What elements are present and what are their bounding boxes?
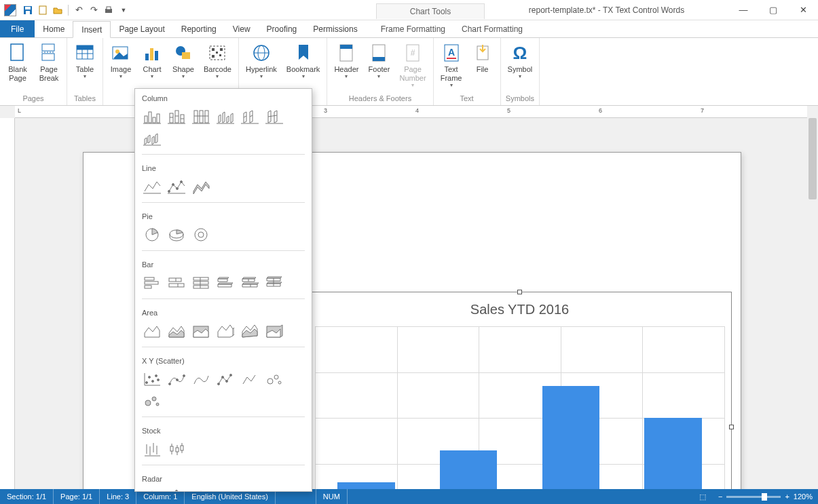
radar-markers-icon[interactable] [166,488,187,492]
text-frame-button[interactable]: AText Frame▾ [438,41,465,92]
page-break-button[interactable]: Page Break [35,41,62,92]
table-button[interactable]: Table▾ [71,41,98,92]
bookmark-button[interactable]: Bookmark▾ [284,41,323,92]
scatter-lines-icon[interactable] [240,370,260,388]
workspace: L 1 2 3 4 5 6 7 Sales YTD 2016 [0,106,818,489]
maximize-button[interactable]: ▢ [758,1,788,20]
barcode-button[interactable]: Barcode▾ [201,41,234,92]
hyperlink-button[interactable]: Hyperlink▾ [243,41,280,92]
ribbon-group-pages: Blank Page Page Break Pages [0,38,67,105]
clustered-bar-icon[interactable] [142,274,162,292]
stock-hlc-icon[interactable] [142,440,162,458]
svg-rect-20 [155,51,158,60]
blank-page-button[interactable]: Blank Page [4,41,31,92]
tab-reporting[interactable]: Reporting [173,20,225,37]
3d-100-stacked-area-icon[interactable] [264,322,284,340]
zoom-slider[interactable] [726,496,781,498]
line-icon[interactable] [142,178,162,195]
svg-rect-1 [25,7,31,9]
tab-file[interactable]: File [0,20,35,37]
3d-stacked-bar-icon[interactable] [240,274,260,292]
line-markers-icon[interactable] [166,178,187,195]
radar-icon[interactable] [142,488,162,492]
3d-area-icon[interactable] [215,322,236,340]
3d-column-icon[interactable] [142,130,162,147]
qat-dropdown-icon[interactable]: ▼ [117,4,130,16]
close-button[interactable]: ✕ [788,1,818,20]
pie-icon[interactable] [142,226,162,244]
radar-filled-icon[interactable] [191,488,211,492]
chart-object[interactable]: Sales YTD 2016 [308,292,732,489]
status-line[interactable]: Line: 3 [100,489,136,504]
3d-clustered-column-icon[interactable] [215,108,236,125]
open-icon[interactable] [52,4,64,16]
resize-handle-top[interactable] [517,290,522,294]
svg-rect-79 [169,278,181,282]
bubble-icon[interactable] [264,370,284,388]
status-num[interactable]: NUM [316,489,348,504]
symbol-button[interactable]: ΩSymbol▾ [505,41,536,92]
stock-ohlc-icon[interactable] [166,440,187,458]
svg-rect-6 [11,44,23,60]
tab-insert[interactable]: Insert [73,21,111,38]
scatter-smooth-markers-icon[interactable] [166,370,187,388]
app-icon [4,4,16,16]
scatter-lines-markers-icon[interactable] [215,370,236,388]
stacked-column-icon[interactable] [166,108,187,125]
page-number-button[interactable]: #Page Number▾ [396,41,428,92]
scatter-smooth-icon[interactable] [191,370,211,388]
3d-pie-icon[interactable] [166,226,187,244]
new-icon[interactable] [37,4,49,16]
3d-clustered-bar-icon[interactable] [215,274,236,292]
save-icon[interactable] [22,4,34,16]
status-section[interactable]: Section: 1/1 [0,489,54,504]
tab-page-layout[interactable]: Page Layout [111,20,172,37]
tab-proofing[interactable]: Proofing [259,20,305,37]
zoom-level[interactable]: 120% [794,492,813,501]
chart-button[interactable]: Chart▾ [138,41,166,92]
svg-rect-47 [170,113,173,123]
chart-bar [644,418,701,489]
3d-bubble-icon[interactable] [142,392,162,410]
100-stacked-column-icon[interactable] [191,108,211,125]
zoom-out-button[interactable]: − [718,492,722,501]
clustered-column-icon[interactable] [142,108,162,125]
file-button[interactable]: File [469,41,496,92]
tab-chart-formatting[interactable]: Chart Formatting [453,20,531,37]
stacked-bar-icon[interactable] [166,274,187,292]
vertical-scrollbar[interactable] [807,118,818,489]
tab-home[interactable]: Home [35,20,73,37]
redo-icon[interactable]: ↷ [88,4,100,16]
3d-100-stacked-bar-icon[interactable] [264,274,284,292]
scatter-icon[interactable] [142,370,162,388]
area-icon[interactable] [142,322,162,340]
3d-line-icon[interactable] [191,178,211,195]
3d-stacked-column-icon[interactable] [240,108,260,125]
svg-rect-76 [145,277,154,280]
vertical-ruler[interactable] [0,118,15,489]
footer-button[interactable]: Footer▾ [365,41,392,92]
doughnut-icon[interactable] [191,226,211,244]
svg-rect-45 [157,114,160,123]
resize-handle-right[interactable] [729,425,734,429]
image-button[interactable]: Image▾ [107,41,134,92]
tab-frame-formatting[interactable]: Frame Formatting [373,20,453,37]
titlebar: ↶ ↷ ▼ Chart Tools report-template.tx* - … [0,0,818,20]
stacked-area-icon[interactable] [166,322,187,340]
view-mode-button[interactable]: ⬚ [692,489,713,504]
zoom-in-button[interactable]: + [785,492,789,501]
scrollbar-thumb[interactable] [808,118,817,199]
tab-permissions[interactable]: Permissions [305,20,365,37]
3d-100-stacked-column-icon[interactable] [264,108,284,125]
print-icon[interactable] [103,4,115,16]
3d-stacked-area-icon[interactable] [240,322,260,340]
header-button[interactable]: Header▾ [331,41,361,92]
minimize-button[interactable]: — [728,1,758,20]
100-stacked-bar-icon[interactable] [191,274,211,292]
100-stacked-area-icon[interactable] [191,322,211,340]
status-page[interactable]: Page: 1/1 [54,489,100,504]
shape-button[interactable]: Shape▾ [170,41,197,92]
svg-point-75 [198,232,204,237]
undo-icon[interactable]: ↶ [73,4,85,16]
tab-view[interactable]: View [225,20,259,37]
